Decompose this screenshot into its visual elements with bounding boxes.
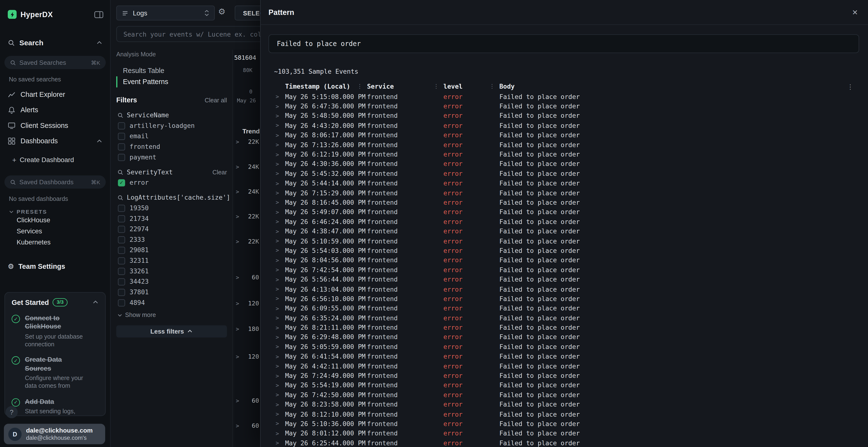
presets-toggle[interactable]: PRESETS xyxy=(0,202,110,215)
mode-event-patterns[interactable]: Event Patterns xyxy=(116,76,227,88)
event-row[interactable]: >May 26 7:13:26.000 PMfrontenderrorFaile… xyxy=(274,140,859,149)
expand-chevron-icon[interactable]: > xyxy=(236,274,239,280)
row-expand-icon[interactable]: > xyxy=(274,190,285,196)
event-row[interactable]: >May 26 5:15:08.000 PMfrontenderrorFaile… xyxy=(274,92,859,101)
row-expand-icon[interactable]: > xyxy=(274,334,285,340)
get-started-header[interactable]: Get Started 3/3 xyxy=(11,298,98,306)
row-expand-icon[interactable]: > xyxy=(274,142,285,148)
row-expand-icon[interactable]: > xyxy=(274,103,285,109)
pattern-strip-row[interactable]: >60 xyxy=(233,274,260,281)
source-settings-gear-icon[interactable]: ⚙ xyxy=(218,7,226,15)
row-expand-icon[interactable]: > xyxy=(274,353,285,359)
row-expand-icon[interactable]: > xyxy=(274,382,285,388)
row-expand-icon[interactable]: > xyxy=(274,392,285,398)
search-icon[interactable] xyxy=(117,169,123,175)
clear-severity-link[interactable]: Clear xyxy=(212,169,227,176)
row-expand-icon[interactable]: > xyxy=(274,276,285,282)
row-expand-icon[interactable]: > xyxy=(274,344,285,350)
row-expand-icon[interactable]: > xyxy=(274,151,285,157)
clear-all-filters-link[interactable]: Clear all xyxy=(205,97,227,104)
expand-chevron-icon[interactable]: > xyxy=(236,214,239,220)
filter-option[interactable]: 22974 xyxy=(116,225,227,233)
filter-option[interactable]: 19350 xyxy=(116,204,227,212)
filter-option[interactable]: ✓error xyxy=(116,179,227,186)
row-expand-icon[interactable]: > xyxy=(274,257,285,263)
event-row[interactable]: >May 26 4:38:47.000 PMfrontenderrorFaile… xyxy=(274,227,859,236)
get-started-item[interactable]: ✓ Add Data Start sending logs, metrics, … xyxy=(11,398,98,416)
event-row[interactable]: >May 26 4:30:36.000 PMfrontenderrorFaile… xyxy=(274,159,859,169)
event-row[interactable]: >May 26 4:13:04.000 PMfrontenderrorFaile… xyxy=(274,284,859,294)
checkbox[interactable] xyxy=(118,122,125,129)
filter-option[interactable]: 29081 xyxy=(116,246,227,254)
row-expand-icon[interactable]: > xyxy=(274,324,285,331)
event-row[interactable]: >May 26 8:21:11.000 PMfrontenderrorFaile… xyxy=(274,323,859,332)
pattern-strip-row[interactable]: >22K xyxy=(233,213,260,220)
preset-services[interactable]: Services xyxy=(0,226,110,237)
source-select[interactable]: Logs xyxy=(116,5,215,21)
row-expand-icon[interactable]: > xyxy=(274,305,285,311)
event-row[interactable]: >May 26 8:01:12.000 PMfrontenderrorFaile… xyxy=(274,428,859,438)
checkbox[interactable]: ✓ xyxy=(118,179,125,186)
row-expand-icon[interactable]: > xyxy=(274,363,285,369)
event-row[interactable]: >May 26 5:10:59.000 PMfrontenderrorFaile… xyxy=(274,236,859,246)
column-header-service[interactable]: Service ⋮ xyxy=(367,82,443,90)
checkbox[interactable] xyxy=(118,133,125,140)
event-row[interactable]: >May 26 8:06:17.000 PMfrontenderrorFaile… xyxy=(274,130,859,140)
event-row[interactable]: >May 26 6:47:36.000 PMfrontenderrorFaile… xyxy=(274,101,859,111)
event-row[interactable]: >May 26 6:41:54.000 PMfrontenderrorFaile… xyxy=(274,352,859,361)
expand-chevron-icon[interactable]: > xyxy=(236,238,239,244)
expand-chevron-icon[interactable]: > xyxy=(236,164,239,170)
saved-searches-input[interactable]: Saved Searches ⌘K xyxy=(4,56,105,69)
row-expand-icon[interactable]: > xyxy=(274,171,285,176)
column-handle-icon[interactable]: ⋮ xyxy=(434,83,439,89)
row-expand-icon[interactable]: > xyxy=(274,238,285,244)
row-expand-icon[interactable]: > xyxy=(274,209,285,215)
expand-chevron-icon[interactable]: > xyxy=(236,188,239,195)
row-expand-icon[interactable]: > xyxy=(274,248,285,253)
mode-results-table[interactable]: Results Table xyxy=(116,65,227,76)
event-row[interactable]: >May 26 8:04:56.000 PMfrontenderrorFaile… xyxy=(274,255,859,265)
event-row[interactable]: >May 26 6:09:55.000 PMfrontenderrorFaile… xyxy=(274,304,859,313)
event-row[interactable]: >May 26 6:29:48.000 PMfrontenderrorFaile… xyxy=(274,332,859,342)
checkbox[interactable] xyxy=(118,288,125,296)
table-options-icon[interactable]: ⋮ xyxy=(847,83,854,91)
event-row[interactable]: >May 26 6:46:24.000 PMfrontenderrorFaile… xyxy=(274,217,859,227)
checkbox[interactable] xyxy=(118,236,125,243)
event-row[interactable]: >May 26 8:23:58.000 PMfrontenderrorFaile… xyxy=(274,400,859,409)
row-expand-icon[interactable]: > xyxy=(274,421,285,427)
chevron-up-icon[interactable] xyxy=(92,299,98,305)
event-row[interactable]: >May 26 5:05:59.000 PMfrontenderrorFaile… xyxy=(274,342,859,352)
pattern-strip-row[interactable]: >22K xyxy=(233,238,260,246)
create-dashboard-button[interactable]: + Create Dashboard xyxy=(0,153,110,166)
expand-chevron-icon[interactable]: > xyxy=(236,326,239,332)
checkbox[interactable] xyxy=(118,143,125,150)
row-expand-icon[interactable]: > xyxy=(274,267,285,273)
expand-chevron-icon[interactable]: > xyxy=(236,300,239,306)
row-expand-icon[interactable]: > xyxy=(274,373,285,379)
collapse-sidebar-icon[interactable] xyxy=(94,11,103,18)
row-expand-icon[interactable]: > xyxy=(274,180,285,186)
event-row[interactable]: >May 26 5:54:19.000 PMfrontenderrorFaile… xyxy=(274,381,859,390)
filter-option[interactable]: 2333 xyxy=(116,236,227,243)
pattern-strip-row[interactable]: >24K xyxy=(233,188,260,196)
filter-option[interactable]: email xyxy=(116,132,227,140)
event-row[interactable]: >May 26 6:12:19.000 PMfrontenderrorFaile… xyxy=(274,149,859,159)
checkbox[interactable] xyxy=(118,215,125,222)
sidebar-item-alerts[interactable]: Alerts xyxy=(0,102,110,118)
chevron-up-icon[interactable] xyxy=(96,138,102,144)
checkbox[interactable] xyxy=(118,246,125,253)
event-row[interactable]: >May 26 8:16:45.000 PMfrontenderrorFaile… xyxy=(274,198,859,207)
event-row[interactable]: >May 26 5:45:32.000 PMfrontenderrorFaile… xyxy=(274,169,859,178)
column-header-body[interactable]: Body xyxy=(499,82,859,90)
pattern-strip-row[interactable]: >120 xyxy=(233,353,260,361)
column-handle-icon[interactable]: ⋮ xyxy=(490,83,495,89)
checkbox[interactable] xyxy=(118,278,125,285)
preset-kubernetes[interactable]: Kubernetes xyxy=(0,237,110,248)
pattern-strip-row[interactable]: >60 xyxy=(233,422,260,430)
filter-option[interactable]: 37801 xyxy=(116,288,227,296)
show-more-link[interactable]: Show more xyxy=(116,311,227,318)
row-expand-icon[interactable]: > xyxy=(274,315,285,321)
sidebar-item-team-settings[interactable]: ⚙ Team Settings xyxy=(0,262,110,271)
row-expand-icon[interactable]: > xyxy=(274,431,285,437)
expand-chevron-icon[interactable]: > xyxy=(236,398,239,404)
